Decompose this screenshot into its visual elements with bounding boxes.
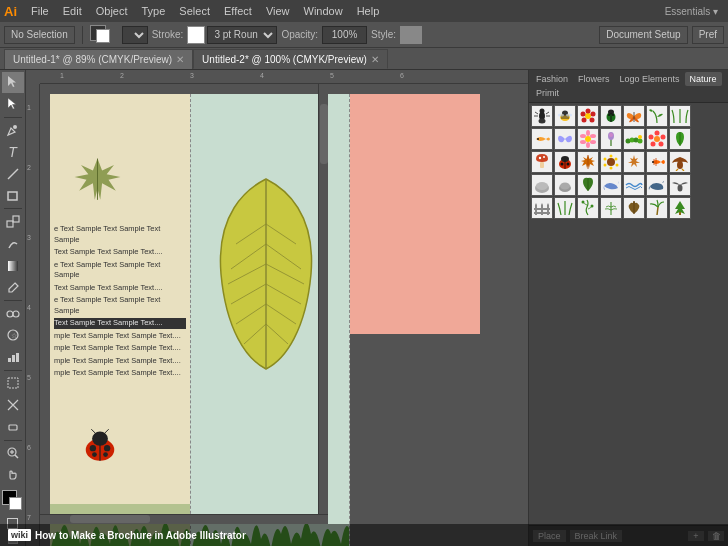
- symbol-ant[interactable]: [531, 105, 553, 127]
- svg-line-46: [535, 112, 538, 114]
- symbol-rock-2[interactable]: [554, 174, 576, 196]
- svg-point-105: [604, 164, 607, 167]
- symbol-row-3: [531, 151, 726, 173]
- svg-point-74: [580, 140, 586, 144]
- select-tool[interactable]: [2, 72, 24, 93]
- eyedropper-tool[interactable]: [2, 277, 24, 298]
- symbol-palm[interactable]: [646, 197, 668, 219]
- tab2-label: Untitled-2* @ 100% (CMYK/Preview): [202, 54, 367, 65]
- tab-logo-elements[interactable]: Logo Elements: [615, 72, 685, 86]
- artboard-container: e Text Sample Text Sample Text Sample Te…: [40, 84, 528, 546]
- symbol-flower-lavender[interactable]: [600, 128, 622, 150]
- symbol-plant-1[interactable]: [646, 105, 668, 127]
- svg-point-44: [540, 109, 545, 114]
- symbol-flower-red[interactable]: [577, 105, 599, 127]
- symbol-vine[interactable]: [577, 197, 599, 219]
- svg-point-122: [582, 201, 585, 204]
- symbol-leaf-tall[interactable]: [669, 128, 691, 150]
- tab-primitive[interactable]: Primit: [531, 86, 564, 100]
- menu-effect[interactable]: Effect: [218, 3, 258, 19]
- blend-tool[interactable]: [2, 303, 24, 324]
- symbol-maple-leaf[interactable]: [577, 151, 599, 173]
- symbol-tall-grass[interactable]: [554, 197, 576, 219]
- symbol-dolphin[interactable]: [600, 174, 622, 196]
- doc-setup-button[interactable]: Document Setup: [599, 26, 688, 44]
- symbol-tool[interactable]: ☆: [2, 325, 24, 346]
- ruler-horizontal: 1 2 3 4 5 6: [40, 70, 528, 84]
- tab1-close[interactable]: ✕: [176, 54, 184, 65]
- symbol-leaf-green[interactable]: [577, 174, 599, 196]
- symbol-fall-leaf[interactable]: [623, 151, 645, 173]
- symbol-whale[interactable]: [646, 174, 668, 196]
- svg-point-116: [678, 185, 683, 192]
- symbol-butterfly-2[interactable]: [554, 128, 576, 150]
- no-selection-label: No Selection: [4, 26, 75, 44]
- symbol-wave[interactable]: [623, 174, 645, 196]
- symbol-fern[interactable]: [600, 197, 622, 219]
- svg-rect-5: [8, 261, 18, 271]
- tab-fashion[interactable]: Fashion: [531, 72, 573, 86]
- symbol-tropical-fish[interactable]: [646, 151, 668, 173]
- svg-rect-2: [8, 192, 17, 200]
- symbol-mushroom[interactable]: [531, 151, 553, 173]
- symbols-panel: Fashion Flowers Logo Elements Nature Pri…: [528, 70, 728, 546]
- opacity-input[interactable]: [322, 26, 367, 44]
- pen-tool[interactable]: [2, 120, 24, 141]
- menu-file[interactable]: File: [25, 3, 55, 19]
- tab-untitled2[interactable]: Untitled-2* @ 100% (CMYK/Preview) ✕: [193, 49, 388, 69]
- horizontal-scrollbar[interactable]: [40, 514, 328, 524]
- artboard-tool[interactable]: [2, 373, 24, 394]
- pref-button[interactable]: Pref: [692, 26, 724, 44]
- menu-type[interactable]: Type: [136, 3, 172, 19]
- tab-flowers[interactable]: Flowers: [573, 72, 615, 86]
- line-tool[interactable]: [2, 164, 24, 185]
- eraser-tool[interactable]: [2, 417, 24, 438]
- symbol-oak-leaf[interactable]: [623, 197, 645, 219]
- symbol-sunflower[interactable]: [600, 151, 622, 173]
- canvas-area[interactable]: 1 2 3 4 5 6 1 2 3 4 5 6 7: [26, 70, 528, 546]
- ruler-h-mark-1: 1: [60, 72, 64, 79]
- hand-tool[interactable]: [2, 464, 24, 485]
- menu-edit[interactable]: Edit: [57, 3, 88, 19]
- symbol-ladybug[interactable]: [554, 151, 576, 173]
- stroke-select[interactable]: [122, 26, 148, 44]
- svg-point-103: [616, 164, 619, 167]
- type-tool[interactable]: T: [2, 142, 24, 163]
- ruler-h-mark-4: 4: [260, 72, 264, 79]
- symbol-beetle[interactable]: [600, 105, 622, 127]
- symbol-bird-silhouette[interactable]: [669, 174, 691, 196]
- symbol-flower-3[interactable]: [646, 128, 668, 150]
- zoom-tool[interactable]: [2, 443, 24, 464]
- gradient-tool[interactable]: [2, 255, 24, 276]
- menu-window[interactable]: Window: [298, 3, 349, 19]
- warp-tool[interactable]: [2, 233, 24, 254]
- scale-tool[interactable]: [2, 211, 24, 232]
- menu-help[interactable]: Help: [351, 3, 386, 19]
- svg-point-78: [609, 133, 613, 137]
- symbol-fish[interactable]: [531, 128, 553, 150]
- symbol-fence[interactable]: [531, 197, 553, 219]
- symbol-caterpillar[interactable]: [623, 128, 645, 150]
- ruler-v-mark-4: 4: [27, 304, 31, 311]
- symbol-tree[interactable]: [669, 197, 691, 219]
- tab2-close[interactable]: ✕: [371, 54, 379, 65]
- symbol-butterfly[interactable]: [623, 105, 645, 127]
- symbol-grass-1[interactable]: [669, 105, 691, 127]
- vertical-scrollbar[interactable]: [318, 84, 328, 514]
- direct-select-tool[interactable]: [2, 94, 24, 115]
- menu-view[interactable]: View: [260, 3, 296, 19]
- menu-object[interactable]: Object: [90, 3, 134, 19]
- slice-tool[interactable]: [2, 395, 24, 416]
- tab-untitled1[interactable]: Untitled-1* @ 89% (CMYK/Preview) ✕: [4, 49, 193, 69]
- symbol-eagle[interactable]: [669, 151, 691, 173]
- symbol-bee[interactable]: [554, 105, 576, 127]
- symbol-flower-pink[interactable]: [577, 128, 599, 150]
- tab-nature[interactable]: Nature: [685, 72, 722, 86]
- graph-tool[interactable]: [2, 347, 24, 368]
- ruler-v-mark-5: 5: [27, 374, 31, 381]
- rect-tool[interactable]: [2, 186, 24, 207]
- stroke-weight-select[interactable]: 3 pt Round: [207, 26, 277, 44]
- svg-rect-126: [679, 212, 681, 215]
- symbol-rock-1[interactable]: [531, 174, 553, 196]
- menu-select[interactable]: Select: [173, 3, 216, 19]
